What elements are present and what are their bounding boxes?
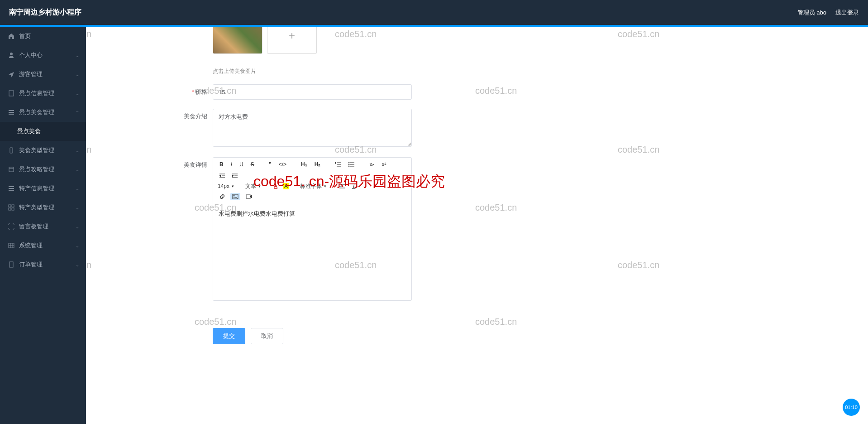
user-icon <box>8 52 14 58</box>
chevron-down-icon: ⌄ <box>76 186 79 191</box>
chevron-up-icon: ⌃ <box>76 110 79 115</box>
sidebar-item-specialty[interactable]: 特产信息管理 ⌄ <box>0 179 86 198</box>
sidebar-label: 订单管理 <box>19 260 43 269</box>
image-upload-area: + <box>213 27 412 54</box>
uploaded-image[interactable] <box>213 27 262 54</box>
ol-button[interactable]: 1 <box>333 161 343 168</box>
image-button[interactable] <box>230 193 240 200</box>
price-label: *价格 <box>86 84 213 96</box>
sidebar-label: 特产信息管理 <box>19 184 54 193</box>
superscript-button[interactable]: x² <box>380 160 388 169</box>
app-title: 南宁周边乡村游小程序 <box>9 8 81 17</box>
sidebar-label: 首页 <box>19 32 31 40</box>
align-button[interactable] <box>338 183 347 190</box>
fontcolor-button[interactable]: A <box>272 182 279 190</box>
sidebar-item-food-type[interactable]: 美食类型管理 ⌄ <box>0 141 86 160</box>
sidebar-item-food-mgmt[interactable]: 景点美食管理 ⌃ <box>0 103 86 122</box>
chevron-down-icon: ⌄ <box>76 148 79 153</box>
list-icon <box>8 185 14 192</box>
code-button[interactable]: </> <box>277 160 288 169</box>
svg-point-28 <box>348 164 349 165</box>
sidebar-label: 游客管理 <box>19 70 43 78</box>
svg-rect-19 <box>10 262 13 267</box>
sidebar-label: 个人中心 <box>19 51 43 59</box>
sidebar-item-visitor[interactable]: 游客管理 ⌄ <box>0 65 86 84</box>
strike-button[interactable]: S <box>249 160 256 169</box>
watermark: code51.cn <box>195 317 236 327</box>
list-icon <box>8 109 14 116</box>
svg-rect-13 <box>9 208 11 210</box>
h1-button[interactable]: H₁ <box>299 160 309 169</box>
quote-button[interactable]: ” <box>267 160 273 169</box>
sidebar-label: 景点攻略管理 <box>19 165 54 173</box>
subscript-button[interactable]: x₂ <box>367 160 376 169</box>
sidebar-label: 特产类型管理 <box>19 203 54 212</box>
chevron-down-icon: ⌄ <box>76 243 79 248</box>
sidebar-item-scenic[interactable]: 景点信息管理 ⌄ <box>0 84 86 103</box>
bold-button[interactable]: B <box>218 160 225 169</box>
chevron-down-icon: ⌄ <box>76 224 79 229</box>
chevron-down-icon: ⌄ <box>76 53 79 58</box>
table-icon <box>8 242 14 249</box>
plane-icon <box>8 71 14 77</box>
ul-button[interactable] <box>347 161 357 168</box>
intro-textarea[interactable] <box>213 109 412 147</box>
content-area: code51.cn code51.cn code51.cn code51.cn … <box>86 27 868 424</box>
underline-button[interactable]: U <box>238 160 245 169</box>
sidebar-item-specialty-type[interactable]: 特产类型管理 ⌄ <box>0 198 86 217</box>
indent-button[interactable] <box>230 172 239 179</box>
svg-rect-41 <box>246 195 250 198</box>
header-actions: 管理员 abo 退出登录 <box>797 9 859 17</box>
richtext-body[interactable]: 水电费删掉水电费水电费打算 <box>213 205 411 300</box>
svg-rect-8 <box>9 186 14 187</box>
svg-rect-4 <box>9 114 14 115</box>
sidebar-label: 留言板管理 <box>19 222 48 231</box>
scan-icon <box>8 223 14 230</box>
price-input[interactable] <box>213 84 412 100</box>
sidebar-item-home[interactable]: 首页 <box>0 27 86 46</box>
button-row: 提交 取消 <box>86 328 854 344</box>
fontfamily-dropdown[interactable]: 标准字体▾ <box>300 183 327 190</box>
svg-rect-10 <box>9 190 14 191</box>
sidebar-label: 系统管理 <box>19 241 43 250</box>
svg-rect-3 <box>9 112 14 113</box>
doc-icon <box>8 90 14 96</box>
header-bar: 南宁周边乡村游小程序 管理员 abo 退出登录 <box>0 0 868 25</box>
svg-point-27 <box>348 162 349 163</box>
upload-hint: 点击上传美食图片 <box>213 67 412 75</box>
submit-button[interactable]: 提交 <box>213 328 245 344</box>
svg-point-29 <box>348 166 349 167</box>
fontsize-dropdown[interactable]: 14px▾ <box>218 183 234 189</box>
bgcolor-button[interactable]: A <box>283 183 289 189</box>
cancel-button[interactable]: 取消 <box>251 328 283 344</box>
chevron-down-icon: ⌄ <box>76 167 79 172</box>
chevron-down-icon: ⌄ <box>76 91 79 96</box>
detail-label: 美食详情 <box>86 157 213 169</box>
admin-name[interactable]: 管理员 abo <box>797 9 826 17</box>
sidebar-label: 景点信息管理 <box>19 89 54 97</box>
logout-link[interactable]: 退出登录 <box>835 9 859 17</box>
sidebar-label: 景点美食 <box>17 127 41 135</box>
italic-button[interactable]: I <box>229 160 234 169</box>
svg-rect-1 <box>9 91 14 96</box>
link-button[interactable] <box>218 193 227 200</box>
h2-button[interactable]: H₂ <box>313 160 323 169</box>
richtext-toolbar: B I U S ” </> H₁ H₂ 1 <box>213 158 411 205</box>
chevron-down-icon: ⌄ <box>76 72 79 77</box>
sidebar-item-order[interactable]: 订单管理 ⌄ <box>0 255 86 274</box>
chevron-down-icon: ⌄ <box>76 205 79 210</box>
sidebar-item-system[interactable]: 系统管理 ⌄ <box>0 236 86 255</box>
calendar-icon <box>8 166 14 173</box>
outdent-button[interactable] <box>218 172 227 179</box>
sidebar-item-strategy[interactable]: 景点攻略管理 ⌄ <box>0 160 86 179</box>
video-button[interactable] <box>244 193 254 200</box>
add-image-button[interactable]: + <box>267 27 317 54</box>
sidebar-item-profile[interactable]: 个人中心 ⌄ <box>0 46 86 65</box>
clearformat-button[interactable]: Tₓ <box>350 182 359 190</box>
svg-rect-2 <box>9 110 14 111</box>
sidebar-item-food[interactable]: 景点美食 <box>0 122 86 141</box>
video-time-badge[interactable]: 01:10 <box>843 399 860 416</box>
textstyle-dropdown[interactable]: 文本▾ <box>245 183 261 190</box>
home-icon <box>8 33 14 39</box>
sidebar-item-message[interactable]: 留言板管理 ⌄ <box>0 217 86 236</box>
